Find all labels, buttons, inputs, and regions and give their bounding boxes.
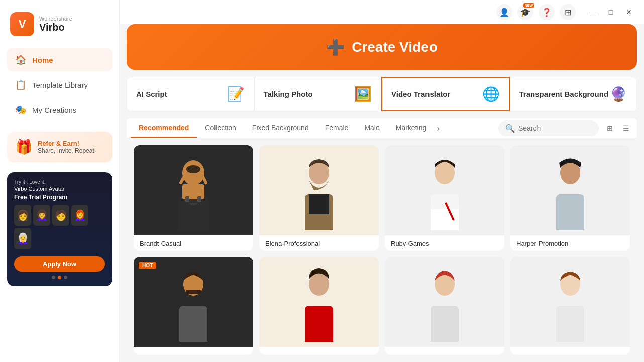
svg-rect-20 [556, 194, 584, 230]
list-view-button[interactable]: ☰ [619, 121, 633, 135]
avatar-name-elena: Elena-Professional [259, 235, 379, 251]
promo-avatar-2: 👩‍🦱 [33, 205, 50, 226]
grid-view-button[interactable]: ⊞ [603, 121, 617, 135]
tool-card-transparent-background[interactable]: Transparent Background 🔮 [510, 77, 637, 111]
dot-3 [64, 276, 67, 279]
talking-photo-icon: 🖼️ [354, 86, 372, 102]
tool-card-video-translator[interactable]: Video Translator 🌐 [381, 77, 510, 111]
svg-rect-30 [431, 306, 459, 342]
grid-icon-button[interactable]: ⊞ [560, 4, 576, 20]
promo-banner: Try it , Love it. Virbo Custom Avatar Fr… [7, 172, 112, 286]
svg-rect-1 [178, 195, 208, 230]
template-icon: 📋 [15, 79, 26, 90]
avatar-image-8 [510, 257, 630, 347]
svg-rect-7 [185, 196, 189, 202]
svg-line-5 [203, 178, 206, 183]
tab-female[interactable]: Female [317, 118, 357, 138]
sidebar: V Wondershare Virbo 🏠 Home 📋 Template Li… [0, 0, 120, 362]
svg-point-10 [312, 164, 326, 179]
avatar-image-ruby [385, 145, 504, 235]
creations-icon: 🎭 [15, 104, 26, 115]
talking-photo-label: Talking Photo [264, 90, 313, 98]
svg-point-29 [438, 275, 451, 290]
avatar-card-8[interactable] [510, 257, 630, 355]
app-logo: V Wondershare Virbo [0, 5, 119, 43]
ai-script-icon: 📝 [227, 86, 245, 102]
create-video-icon: ➕ [326, 38, 345, 56]
svg-point-3 [186, 165, 200, 173]
create-video-label: Create Video [352, 39, 438, 55]
sidebar-item-my-creations[interactable]: 🎭 My Creations [7, 98, 112, 122]
hot-badge: HOT [139, 262, 156, 269]
window-controls: — □ ✕ [586, 5, 636, 19]
svg-rect-27 [305, 306, 333, 342]
promo-try-text: Try it , Love it. [14, 179, 105, 185]
svg-point-32 [564, 275, 577, 290]
promo-avatar-4: 👩‍🦰 [71, 205, 88, 226]
sidebar-item-template-library[interactable]: 📋 Template Library [7, 73, 112, 96]
avatar-name-7 [385, 347, 504, 355]
avatar-card-7[interactable] [385, 257, 504, 355]
avatar-card-5[interactable]: HOT [134, 257, 253, 355]
search-bar[interactable]: 🔍 [498, 120, 599, 136]
close-button[interactable]: ✕ [622, 5, 636, 19]
search-input[interactable] [518, 124, 579, 132]
tab-collection[interactable]: Collection [197, 118, 244, 138]
promo-avatar-5: 👩‍🦳 [14, 228, 31, 249]
svg-line-4 [181, 178, 183, 183]
help-icon-button[interactable]: ❓ [539, 4, 555, 20]
svg-rect-16 [431, 194, 459, 209]
minimize-button[interactable]: — [586, 5, 600, 19]
avatar-card-harper[interactable]: Harper-Promotion [510, 145, 630, 251]
svg-rect-23 [186, 290, 201, 294]
avatar-name-5 [134, 347, 253, 355]
sidebar-item-home[interactable]: 🏠 Home [7, 48, 112, 71]
filter-bar: Recommended Collection Fixed Background … [127, 118, 637, 138]
search-icon: 🔍 [505, 124, 515, 133]
svg-rect-12 [309, 194, 329, 214]
titlebar-actions: 👤 🎓 NEW ❓ ⊞ [496, 4, 576, 20]
svg-point-22 [187, 275, 200, 290]
avatar-name-harper: Harper-Promotion [510, 235, 630, 251]
app-name: Virbo [39, 22, 72, 33]
svg-rect-24 [179, 306, 207, 342]
tool-card-ai-script[interactable]: AI Script 📝 [127, 77, 254, 111]
avatar-card-ruby[interactable]: Ruby-Games [385, 145, 504, 251]
create-video-banner[interactable]: ➕ Create Video [127, 24, 637, 70]
avatar-card-elena[interactable]: Elena-Professional [259, 145, 379, 251]
transparent-bg-icon: 🔮 [610, 86, 627, 102]
more-tabs-button[interactable]: › [435, 119, 442, 138]
avatar-image-harper [510, 145, 630, 235]
tool-cards-row: AI Script 📝 Talking Photo 🖼️ Video Trans… [127, 77, 637, 111]
refer-title: Refer & Earn! [38, 140, 96, 147]
dot-1 [52, 276, 55, 279]
tab-fixed-background[interactable]: Fixed Background [244, 118, 317, 138]
video-translator-label: Video Translator [391, 90, 450, 98]
svg-point-19 [564, 164, 577, 179]
promo-free: Free Trial Program [14, 194, 105, 201]
promo-avatars: 👩 👩‍🦱 🧑 👩‍🦰 👩‍🦳 [14, 205, 105, 249]
refer-earn-banner[interactable]: 🎁 Refer & Earn! Share, Invite, Repeat! [7, 132, 112, 162]
apply-now-button[interactable]: Apply Now [14, 256, 105, 272]
avatar-name-6 [259, 347, 379, 355]
tool-card-talking-photo[interactable]: Talking Photo 🖼️ [254, 77, 382, 111]
avatar-image-5 [134, 257, 253, 347]
user-icon-button[interactable]: 👤 [496, 4, 512, 20]
tab-marketing[interactable]: Marketing [388, 118, 435, 138]
education-icon-button[interactable]: 🎓 NEW [517, 4, 533, 20]
main-content: 👤 🎓 NEW ❓ ⊞ — □ ✕ ➕ Create Video AI Scri… [120, 0, 644, 362]
avatar-card-6[interactable] [259, 257, 379, 355]
home-icon: 🏠 [15, 54, 26, 65]
titlebar: 👤 🎓 NEW ❓ ⊞ — □ ✕ [120, 0, 644, 24]
logo-icon: V [10, 12, 34, 36]
avatar-card-brandt-casual[interactable]: Brandt-Casual [134, 145, 253, 251]
transparent-bg-label: Transparent Background [519, 90, 609, 98]
tab-recommended[interactable]: Recommended [131, 118, 197, 138]
maximize-button[interactable]: □ [604, 5, 618, 19]
avatar-image-elena [259, 145, 379, 235]
avatar-name-8 [510, 347, 630, 355]
tab-male[interactable]: Male [356, 118, 387, 138]
avatar-image-6 [259, 257, 379, 347]
avatar-name-brandt: Brandt-Casual [134, 235, 253, 251]
gift-icon: 🎁 [15, 139, 33, 155]
